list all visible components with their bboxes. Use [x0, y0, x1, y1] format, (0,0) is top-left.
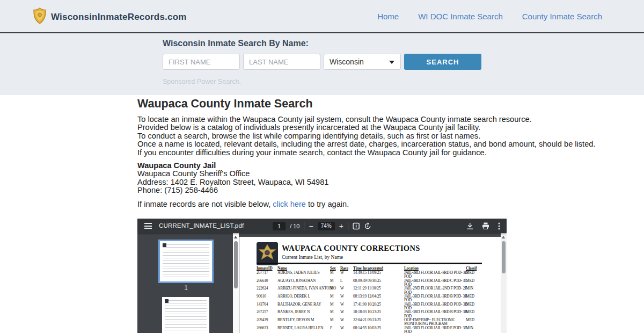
click-here-link[interactable]: click here — [273, 200, 306, 208]
cell-sex: M — [330, 279, 340, 283]
zoom-level[interactable]: 74% — [318, 222, 335, 230]
cell-location: JAIL-3RD FLOOR JAIL-3RD D POD- 3DPOD — [404, 302, 466, 310]
cell-classif: MED — [466, 294, 482, 298]
cell-location: JAIL-3RD FLOOR JAIL-3RD B POD- 3BPOD — [404, 294, 466, 302]
rotate-icon[interactable] — [364, 222, 371, 230]
cell-time: 08:13:19 12/04/25 — [353, 294, 404, 298]
retry-note: If inmate records are not visible below,… — [137, 200, 642, 208]
scroll-up-arrow[interactable] — [234, 236, 237, 238]
intro-paragraph: To locate an inmate within the Waupaca C… — [137, 115, 642, 157]
nav-wi-doc-inmate-search[interactable]: WI DOC Inmate Search — [418, 12, 503, 21]
inmate-search-panel: Wisconsin Inmate Search By Name: Wiscons… — [0, 33, 644, 95]
cell-sex: F — [330, 326, 340, 330]
cell-classif: MED — [466, 310, 482, 314]
fit-page-icon[interactable] — [353, 222, 360, 230]
cell-id: 222624 — [257, 286, 277, 290]
cell-race: W — [340, 318, 353, 322]
site-logo[interactable]: WisconsinInmateRecords.com — [32, 8, 187, 26]
pdf-toolbar: CURRENT_INMATE_LIST.pdf 1 / 10 − 74% + — [137, 219, 507, 233]
main-nav: Home WI DOC Inmate Search County Inmate … — [377, 0, 602, 32]
page-thumbnail-2[interactable] — [162, 297, 209, 333]
page-count: / 10 — [290, 223, 299, 229]
pdf-viewer: CURRENT_INMATE_LIST.pdf 1 / 10 − 74% + — [137, 219, 507, 333]
first-name-input[interactable] — [163, 54, 240, 70]
search-button[interactable]: SEARCH — [404, 54, 481, 70]
scroll-up-arrow[interactable] — [502, 236, 505, 238]
retry-note-text: If inmate records are not visible below, — [137, 200, 273, 208]
nav-county-inmate-search[interactable]: County Inmate Search — [522, 12, 602, 21]
retry-note-text: to try again. — [306, 200, 349, 208]
cell-name: ARRIGO, DEREK L — [277, 294, 330, 298]
inmate-row: 266610AGUAYO, JONATHANML08:09:49 09/30/2… — [257, 279, 487, 287]
zoom-in-button[interactable]: + — [339, 222, 343, 230]
page-number-input[interactable]: 1 — [273, 222, 286, 230]
toolbar-divider — [348, 222, 348, 230]
inmate-row: 267717ADKINS, JADEN JULIUSMW14:49:15 11/… — [257, 271, 487, 279]
chevron-down-icon — [389, 61, 394, 64]
cell-location: JAIL-3RD FLOOR JAIL-3RD C POD- 3CPOD — [404, 279, 466, 287]
inmate-row: 90610ARRIGO, DEREK LMW08:13:19 12/04/25J… — [257, 294, 487, 302]
cell-name: BERNDT, LAURA HELLEN — [277, 326, 330, 330]
paragraph-line: Once a name is located, relevant details… — [137, 140, 642, 148]
sponsored-note: Sponsored Power Search. — [163, 78, 481, 85]
hamburger-menu-icon[interactable] — [144, 223, 152, 229]
state-select-value: Wisconsin — [330, 57, 364, 66]
cell-location: JAIL-3RD FLOOR JAIL-3RD E POD- 3EPOD — [404, 326, 466, 333]
facility-info: Waupaca County Jail Waupaca County Sheri… — [137, 162, 642, 195]
cell-time: 18:18:03 10/23/25 — [353, 310, 404, 314]
pdf-page: WAUPACA COUNTY CORRECTIONS Current Inmat… — [239, 237, 501, 333]
page-thumbnail-1[interactable] — [160, 241, 212, 281]
cell-id: 267717 — [257, 271, 277, 274]
more-options-icon[interactable] — [498, 222, 500, 230]
cell-name: BENTLEY, DEVON M — [277, 318, 330, 322]
cell-race: W — [340, 310, 353, 314]
site-title: WisconsinInmateRecords.com — [51, 12, 187, 23]
cell-classif: MED — [466, 302, 482, 306]
cell-id: 90610 — [257, 294, 277, 298]
pdf-thumbnail-panel: 1 — [137, 233, 233, 333]
toolbar-divider — [304, 222, 304, 230]
inmate-row: 266633BERNDT, LAURA HELLENFW08:14:55 10/… — [257, 326, 487, 333]
site-header: WisconsinInmateRecords.com Home WI DOC I… — [0, 0, 644, 33]
cell-sex: M — [330, 310, 340, 314]
cell-id: 266633 — [257, 326, 277, 330]
cell-race: W — [340, 294, 353, 298]
cell-id: 143764 — [257, 302, 277, 306]
cell-time: 12:11:29 11/10/25 — [353, 286, 404, 290]
paragraph-line: To conduct a search, browse the list whi… — [137, 132, 642, 140]
cell-location: JAIL-2ND FLOOR JAIL-2ND F POD- 2FPOD — [404, 286, 466, 294]
nav-home[interactable]: Home — [377, 12, 399, 21]
cell-id: 267257 — [257, 310, 277, 314]
facility-name: Waupaca County Jail — [137, 162, 642, 170]
document-title: WAUPACA COUNTY CORRECTIONS — [282, 244, 420, 253]
cell-sex: M — [330, 286, 340, 290]
cell-race: W — [340, 326, 353, 330]
inmate-row: 222624ARBIZU-PINEDA, IVAN ANTONIOMW12:11… — [257, 286, 487, 294]
cell-location: JAIL-3RD FLOOR JAIL-3RD B POD- 3BPOD — [404, 310, 466, 318]
paragraph-line: Provided below is a catalog of individua… — [137, 124, 642, 132]
zoom-out-button[interactable]: − — [309, 222, 313, 230]
cell-sex: M — [330, 302, 340, 306]
download-icon[interactable] — [466, 222, 473, 230]
scrollbar-thumb[interactable] — [234, 241, 238, 288]
scrollbar-thumb[interactable] — [502, 241, 506, 273]
cell-sex: M — [330, 271, 340, 274]
facility-address: Address: 1402 E. Royalton Street, Waupac… — [137, 178, 642, 186]
inmate-row: 267257BANKES, JERRY NMW18:18:03 10/23/25… — [257, 310, 487, 318]
thumbnail-scrollbar[interactable] — [233, 233, 239, 333]
cell-name: BALTHAZOR, GENE RAY — [277, 302, 330, 306]
pdf-scrollbar[interactable] — [501, 233, 507, 333]
search-panel-title: Wisconsin Inmate Search By Name: — [163, 39, 481, 48]
cell-classif: MIN — [466, 286, 482, 290]
cell-race: W — [340, 286, 353, 290]
cell-race: W — [340, 302, 353, 306]
print-icon[interactable] — [482, 222, 489, 229]
pdf-content-area: 1 WAUPACA COUNTY CORRECTIONS Current Inm… — [137, 233, 507, 333]
state-select[interactable]: Wisconsin — [324, 54, 401, 70]
cell-location: OOF-EMP EMP-- ELECTRONICMONITORING PROGR… — [404, 318, 466, 326]
paragraph-line: If you encounter difficulties during you… — [137, 149, 642, 157]
cell-id: 209439 — [257, 318, 277, 322]
cell-time: 17:41:00 10/20/25 — [353, 302, 404, 306]
last-name-input[interactable] — [243, 54, 320, 70]
cell-name: ARBIZU-PINEDA, IVAN ANTONIO — [277, 286, 330, 290]
